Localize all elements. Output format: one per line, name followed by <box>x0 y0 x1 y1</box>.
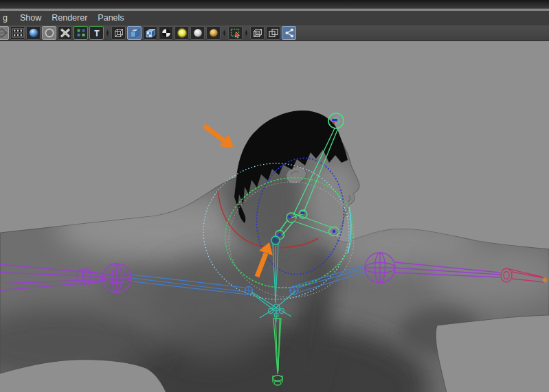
neck-base-joint[interactable] <box>271 236 280 244</box>
window-top-strip <box>0 0 549 11</box>
shaded-cube-icon[interactable] <box>127 26 142 40</box>
safe-title-icon[interactable]: T <box>89 26 104 40</box>
toolbar-separator <box>106 28 109 38</box>
light-gold-sphere-icon[interactable] <box>206 26 221 40</box>
head-gizmo-navy <box>332 119 337 122</box>
head-gizmo-red <box>333 122 335 124</box>
textured-cube-icon[interactable] <box>143 26 157 40</box>
viewport-scene <box>0 41 549 392</box>
field-chart-icon[interactable] <box>74 26 88 40</box>
panel-menu-bar: g Show Renderer Panels <box>0 11 549 25</box>
light-white-sphere-icon[interactable] <box>190 26 205 40</box>
menu-item-panels[interactable]: Panels <box>96 11 125 25</box>
resolution-gate-icon[interactable] <box>42 26 56 40</box>
selection-highlight-icon[interactable] <box>228 26 243 40</box>
checkered-sphere-icon[interactable] <box>159 26 173 40</box>
gate-mask-icon[interactable] <box>58 26 72 40</box>
wireframe-cube-icon[interactable] <box>111 26 126 40</box>
diamond-icon[interactable] <box>0 26 9 40</box>
share-nodes-icon[interactable] <box>282 26 296 40</box>
xray-cube-icon[interactable] <box>250 26 265 40</box>
shaded-sphere-icon[interactable] <box>26 26 41 40</box>
menu-item-renderer[interactable]: Renderer <box>50 11 89 25</box>
right-wrist-joint[interactable] <box>543 278 548 283</box>
right-shoulder-sphere-control[interactable] <box>365 253 395 283</box>
safe-title-glyph: T <box>94 29 100 38</box>
left-elbow-sphere-control[interactable] <box>102 264 131 292</box>
double-square-icon[interactable] <box>266 26 280 40</box>
arrow-to-head <box>204 126 234 148</box>
viewport-toolbar: T <box>0 25 549 41</box>
toolbar-separator <box>245 28 248 38</box>
menu-item-show[interactable]: Show <box>19 11 43 25</box>
3d-viewport[interactable] <box>0 41 549 392</box>
toolbar-separator <box>223 28 226 38</box>
menu-item-clipped[interactable]: g <box>1 11 9 25</box>
light-yellow-sphere-icon[interactable] <box>175 26 189 40</box>
maya-panel: g Show Renderer Panels <box>0 0 549 392</box>
film-gate-icon[interactable] <box>10 26 25 40</box>
